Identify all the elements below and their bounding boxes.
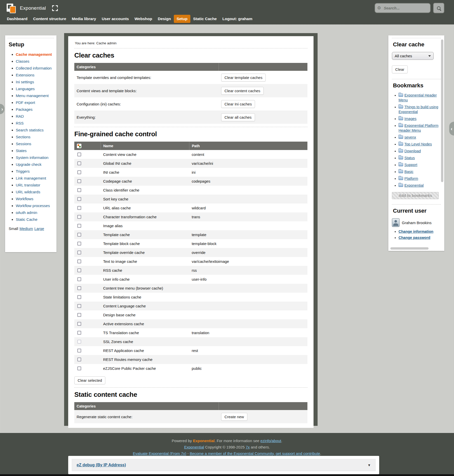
sidebar-link-upgrade-check[interactable]: Upgrade check	[16, 162, 41, 167]
nav-item-user-accounts[interactable]: User accounts	[99, 15, 132, 23]
debug-toggle-icon[interactable]: ▼	[367, 463, 371, 467]
nav-item-content-structure[interactable]: Content structure	[30, 15, 69, 23]
bookmark-link-things-to-build-using-exponential[interactable]: Things to build using Exponential	[399, 105, 438, 114]
checkbox-ini-cache[interactable]	[77, 170, 81, 174]
bookmark-link-platform[interactable]: Platform	[404, 176, 418, 181]
sidebar-link-oauth-admin[interactable]: oAuth admin	[16, 210, 37, 215]
bookmark-link-exponential-header-menu[interactable]: Exponential Header Menu	[399, 93, 437, 102]
button-clear-content-caches[interactable]: Clear content caches	[221, 87, 264, 95]
footer-link-become-a-member-of-the-exponential-community-get-support-and-contribute[interactable]: Become a member of the Exponential Commu…	[190, 451, 320, 456]
checkbox-rest-application-cache[interactable]	[77, 349, 81, 352]
footer-link-evaluate-exponential-from-7x[interactable]: Evaluate Exponential (From 7x)	[133, 451, 186, 456]
nav-item-static-cache[interactable]: Static Cache	[190, 15, 220, 23]
search-input[interactable]	[375, 3, 431, 13]
checkbox-image-alias[interactable]	[77, 224, 81, 228]
sidebar-link-packages[interactable]: Packages	[16, 107, 33, 112]
fullscreen-icon[interactable]	[52, 5, 58, 11]
checkbox-active-extensions-cache[interactable]	[77, 322, 81, 326]
size-link-medium[interactable]: Medium	[20, 226, 33, 231]
checkbox-ts-translation-cache[interactable]	[77, 331, 81, 335]
debug-link[interactable]: eZ debug (By IP Address)	[77, 463, 126, 467]
sidebar-link-system-information[interactable]: System information	[16, 155, 48, 160]
nav-item-dashboard[interactable]: Dashboard	[4, 15, 30, 23]
button-clear-template-caches[interactable]: Clear template caches	[221, 74, 266, 81]
bookmark-link-sevenx[interactable]: sevenx	[404, 135, 416, 139]
checkbox-state-limitations-cache[interactable]	[77, 295, 81, 299]
sidebar-link-extensions[interactable]: Extensions	[16, 73, 34, 77]
button-clear-ini-caches[interactable]: Clear Ini caches	[221, 100, 255, 108]
bookmark-link-images[interactable]: Images	[404, 117, 417, 121]
sidebar-link-triggers[interactable]: Triggers	[16, 169, 30, 173]
static-cache-button-cell: Create new	[219, 410, 307, 423]
sidebar-link-workflow-processes[interactable]: Workflow processes	[16, 203, 50, 208]
footer-link-ezinfo-about[interactable]: ezinfo/about	[260, 439, 281, 443]
checkbox-url-alias-cache[interactable]	[77, 206, 81, 210]
checkbox-character-transformation-cache[interactable]	[77, 215, 81, 219]
search-button[interactable]	[433, 3, 444, 13]
sidebar-link-search-statistics[interactable]: Search statistics	[16, 128, 44, 132]
checkbox-user-info-cache[interactable]	[77, 277, 81, 281]
horizontal-scrollbar[interactable]	[390, 247, 429, 250]
checkbox-template-override-cache[interactable]	[77, 251, 81, 254]
checkbox-content-language-cache[interactable]	[77, 304, 81, 308]
checkbox-sort-key-cache[interactable]	[77, 197, 81, 201]
clear-selected-button[interactable]: Clear selected	[74, 376, 105, 384]
bookmark-link-exponential[interactable]: Exponential	[404, 183, 424, 187]
sidebar-link-rad[interactable]: RAD	[16, 114, 24, 118]
sidebar-link-cache-management[interactable]: Cache management	[16, 52, 52, 57]
create-new-button[interactable]: Create new	[221, 413, 247, 421]
folder-icon	[399, 177, 403, 180]
checkbox-global-ini-cache[interactable]	[77, 161, 81, 165]
checkbox-template-cache[interactable]	[77, 233, 81, 237]
bookmark-link-download[interactable]: Download	[404, 149, 421, 153]
sidebar-link-collected-information[interactable]: Collected information	[16, 66, 52, 70]
clear-cache-select[interactable]: All caches	[392, 52, 434, 60]
sidebar-link-pdf-export[interactable]: PDF export	[16, 100, 35, 105]
select-all-icon[interactable]	[77, 144, 81, 148]
sidebar-link-url-wildcards[interactable]: URL wildcards	[16, 190, 40, 194]
clear-cache-row: Configuration (ini) caches:Clear Ini cac…	[74, 97, 307, 111]
footer-link-exponential[interactable]: Exponential	[184, 445, 204, 449]
bookmark-link-top-level-nodes[interactable]: Top Level Nodes	[404, 142, 432, 146]
checkbox-text-to-image-cache[interactable]	[77, 260, 81, 263]
sidebar-link-static-cache[interactable]: Static Cache	[16, 217, 37, 222]
nav-item-design[interactable]: Design	[155, 15, 174, 23]
sidebar-link-workflows[interactable]: Workflows	[16, 197, 33, 201]
nav-item-media-library[interactable]: Media library	[69, 15, 99, 23]
vertical-scrollbar[interactable]	[441, 39, 443, 182]
checkbox-class-identifier-cache[interactable]	[77, 188, 81, 192]
user-link-change-information[interactable]: Change information	[399, 229, 433, 234]
nav-item-logout-graham[interactable]: Logout: graham	[220, 15, 255, 23]
footer-link-7x[interactable]: 7x	[246, 445, 250, 449]
size-link-large[interactable]: Large	[34, 226, 44, 231]
checkbox-ezjscore-public-packer-cache[interactable]	[77, 366, 81, 370]
checkbox-codepage-cache[interactable]	[77, 179, 81, 183]
logo[interactable]: Exponential	[6, 3, 58, 14]
nav-item-setup[interactable]: Setup	[174, 15, 190, 23]
bookmark-link-support[interactable]: Support	[404, 163, 417, 167]
checkbox-rest-routes-memory-cache[interactable]	[77, 358, 81, 361]
nav-item-webshop[interactable]: Webshop	[132, 15, 155, 23]
checkbox-design-base-cache[interactable]	[77, 313, 81, 317]
sidebar-link-classes[interactable]: Classes	[16, 59, 29, 63]
clear-cache-button[interactable]: Clear	[392, 65, 408, 73]
user-link-change-password[interactable]: Change password	[399, 236, 430, 240]
bookmark-link-exponential-platform-header-menu[interactable]: Exponential Platform Header Menu	[399, 124, 438, 132]
checkbox-content-view-cache[interactable]	[77, 153, 81, 156]
sidebar-link-languages[interactable]: Languages	[16, 87, 35, 91]
sidebar-link-sections[interactable]: Sections	[16, 135, 31, 139]
sidebar-link-rss[interactable]: RSS	[16, 121, 24, 125]
checkbox-content-tree-menu-browser-cache[interactable]	[77, 286, 81, 290]
bookmark-link-basic[interactable]: Basic	[404, 170, 413, 174]
sidebar-link-link-management[interactable]: Link management	[16, 176, 46, 180]
checkbox-rss-cache[interactable]	[77, 268, 81, 272]
sidebar-link-url-translator[interactable]: URL translator	[16, 183, 40, 187]
collapse-right-handle[interactable]: ‹	[449, 122, 454, 135]
bookmark-link-status[interactable]: Status	[404, 156, 415, 160]
sidebar-link-ini-settings[interactable]: Ini settings	[16, 80, 34, 84]
sidebar-link-sessions[interactable]: Sessions	[16, 142, 31, 146]
checkbox-template-block-cache[interactable]	[77, 242, 81, 246]
sidebar-link-states[interactable]: States	[16, 148, 27, 153]
sidebar-link-menu-management[interactable]: Menu management	[16, 93, 49, 98]
button-clear-all-caches[interactable]: Clear all caches	[221, 113, 255, 121]
